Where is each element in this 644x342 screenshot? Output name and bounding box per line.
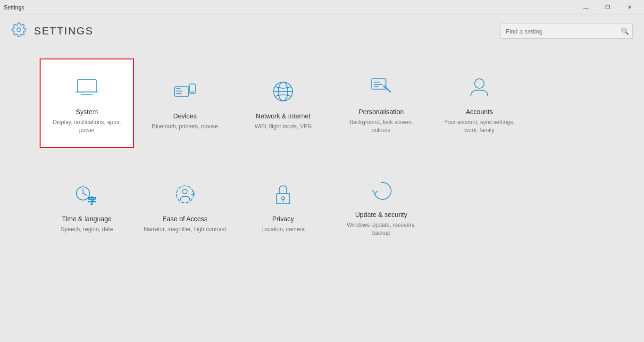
maximize-button[interactable]: ❐ (597, 0, 619, 15)
svg-rect-1 (77, 80, 96, 92)
tile-privacy[interactable]: Privacy Location, camera (236, 161, 330, 251)
time-tile-name: Time & language (62, 215, 111, 223)
search-input[interactable] (501, 24, 633, 39)
tile-personalisation[interactable]: Personalisation Background, lock screen,… (334, 58, 428, 148)
tile-network[interactable]: Network & Internet WiFi, flight mode, VP… (236, 58, 330, 148)
accounts-tile-desc: Your account, sync settings, work, famil… (438, 118, 521, 134)
svg-rect-12 (372, 79, 386, 89)
tile-devices[interactable]: Devices Bluetooth, printers, mouse (138, 58, 232, 148)
update-tile-desc: Windows Update, recovery, backup (340, 221, 423, 237)
ease-tile-desc: Narrator, magnifier, high contrast (144, 225, 226, 234)
main-content: System Display, notifications, apps, pow… (0, 47, 644, 262)
time-tile-desc: Speech, region, date (61, 225, 113, 234)
settings-gear-icon (11, 22, 26, 41)
update-tile-name: Update & security (355, 211, 408, 218)
tile-accounts[interactable]: Accounts Your account, sync settings, wo… (432, 58, 527, 148)
devices-icon (170, 76, 200, 107)
close-button[interactable]: ✕ (619, 0, 640, 15)
network-tile-desc: WiFi, flight mode, VPN (255, 123, 312, 131)
svg-line-22 (83, 193, 87, 195)
personalisation-tile-name: Personalisation (359, 108, 404, 116)
minimize-button[interactable]: — (575, 0, 597, 15)
svg-text:字: 字 (88, 196, 96, 206)
personalisation-icon (366, 72, 396, 102)
devices-tile-name: Devices (173, 112, 197, 120)
grid-row-2: 字 Time & language Speech, region, date E… (38, 159, 606, 253)
tile-system[interactable]: System Display, notifications, apps, pow… (40, 58, 134, 148)
accounts-tile-name: Accounts (466, 108, 493, 116)
system-tile-name: System (76, 108, 98, 116)
app-title: SETTINGS (34, 25, 93, 37)
ease-icon (170, 179, 200, 209)
app-header: SETTINGS 🔍 (0, 15, 644, 47)
svg-rect-3 (175, 87, 189, 96)
network-tile-name: Network & Internet (256, 112, 310, 120)
tile-ease[interactable]: Ease of Access Narrator, magnifier, high… (138, 161, 232, 251)
privacy-tile-desc: Location, camera (261, 225, 305, 234)
titlebar-title: Settings (4, 4, 24, 11)
titlebar-controls: — ❐ ✕ (575, 0, 640, 15)
personalisation-tile-desc: Background, lock screen, colours (340, 118, 423, 134)
svg-point-24 (176, 186, 193, 203)
update-icon (366, 175, 396, 205)
time-icon: 字 (72, 179, 102, 209)
search-box: 🔍 (501, 24, 633, 39)
tile-update[interactable]: Update & security Windows Update, recove… (334, 161, 428, 251)
system-tile-desc: Display, notifications, apps, power (45, 118, 128, 134)
svg-line-14 (384, 85, 390, 91)
tile-time[interactable]: 字 Time & language Speech, region, date (40, 161, 134, 251)
search-icon: 🔍 (621, 27, 629, 35)
accounts-icon (464, 72, 494, 102)
system-icon (72, 72, 102, 102)
privacy-tile-name: Privacy (272, 215, 294, 223)
svg-point-25 (183, 189, 187, 194)
svg-point-27 (282, 197, 284, 200)
svg-point-0 (17, 28, 21, 32)
network-icon (268, 76, 298, 107)
grid-row-1: System Display, notifications, apps, pow… (38, 57, 606, 150)
ease-tile-name: Ease of Access (162, 215, 208, 223)
titlebar: Settings — ❐ ✕ (0, 0, 644, 15)
devices-tile-desc: Bluetooth, printers, mouse (152, 123, 218, 131)
svg-point-19 (475, 79, 484, 88)
svg-line-15 (390, 91, 391, 92)
privacy-icon (268, 179, 298, 209)
